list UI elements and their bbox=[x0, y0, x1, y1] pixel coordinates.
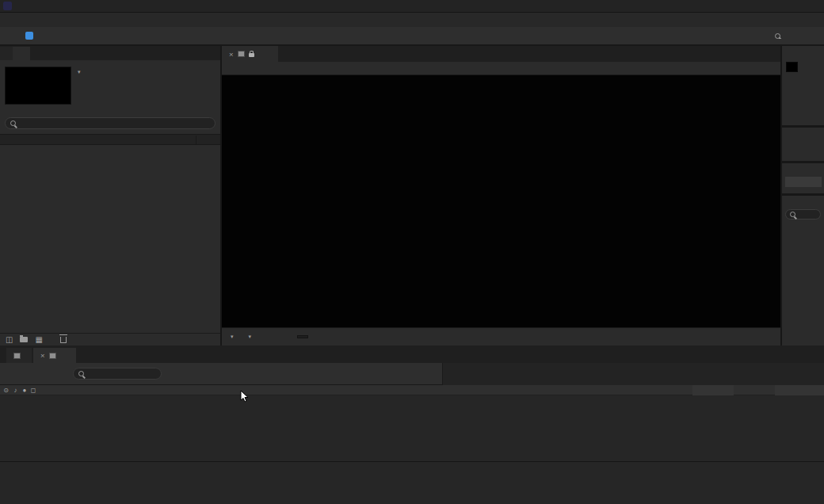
tab-project[interactable] bbox=[13, 47, 30, 60]
shortcut-select[interactable] bbox=[785, 177, 822, 187]
composition-statusbar: ▾ ▾ bbox=[222, 327, 780, 346]
composition-tab[interactable]: × bbox=[222, 46, 278, 62]
stretch-header[interactable] bbox=[775, 385, 824, 395]
preview-timecode[interactable] bbox=[297, 335, 308, 338]
project-panel: ▾ ◫ ▦ bbox=[0, 46, 220, 346]
info-panel-title[interactable] bbox=[782, 46, 824, 58]
timeline-ruler-area[interactable] bbox=[442, 363, 824, 385]
item-dropdown-icon[interactable]: ▾ bbox=[78, 69, 81, 74]
timeline-column-header: ⊙ ♪ ● ◻ bbox=[0, 385, 824, 395]
project-bottom-bar: ◫ ▦ bbox=[0, 333, 220, 346]
menubar bbox=[0, 13, 824, 27]
composition-icon bbox=[238, 51, 245, 57]
search-icon bbox=[10, 120, 16, 126]
close-icon[interactable]: × bbox=[229, 50, 234, 59]
effects-presets-panel bbox=[782, 196, 824, 346]
visibility-column-icon[interactable]: ⊙ bbox=[2, 385, 10, 395]
project-panel-tabs bbox=[0, 46, 220, 60]
new-folder-icon[interactable] bbox=[20, 337, 28, 342]
info-panel bbox=[782, 46, 824, 125]
switches-header-icons[interactable] bbox=[388, 385, 464, 395]
composition-panel: × ▾ ▾ bbox=[222, 46, 780, 346]
mode-header[interactable] bbox=[470, 385, 513, 395]
timeline-panel: × ⊙ ♪ ● ◻ bbox=[0, 346, 824, 461]
project-columns-header bbox=[0, 134, 220, 145]
project-thumbnail bbox=[5, 67, 71, 105]
timeline-controls bbox=[0, 363, 824, 385]
parent-link-header[interactable] bbox=[571, 385, 648, 395]
tab-effect-controls[interactable] bbox=[0, 47, 13, 60]
lock-column-icon[interactable]: ◻ bbox=[29, 385, 37, 395]
shortcut-panel bbox=[782, 163, 824, 193]
trkmat-header[interactable] bbox=[522, 385, 568, 395]
composition-icon bbox=[49, 353, 56, 359]
column-divider[interactable] bbox=[196, 136, 196, 144]
duration-header[interactable] bbox=[734, 385, 775, 395]
project-item-meta: ▾ bbox=[78, 67, 81, 78]
timeline-tab-scene1-textholder1[interactable]: × bbox=[33, 348, 76, 363]
bottom-empty-area bbox=[0, 461, 824, 504]
effects-search-input[interactable] bbox=[785, 209, 821, 220]
shortcut-label bbox=[782, 163, 824, 175]
app-icon bbox=[3, 2, 12, 10]
effects-panel-title[interactable] bbox=[782, 196, 824, 208]
snapping-checkbox[interactable] bbox=[25, 32, 33, 40]
new-composition-icon[interactable]: ▦ bbox=[35, 335, 42, 344]
in-header[interactable] bbox=[650, 385, 692, 395]
project-tree bbox=[0, 145, 220, 333]
timeline-search-input[interactable] bbox=[73, 368, 162, 380]
search-icon bbox=[775, 33, 780, 39]
search-icon bbox=[790, 212, 795, 217]
lock-icon[interactable] bbox=[249, 53, 254, 57]
close-icon[interactable]: × bbox=[40, 351, 45, 360]
color-swatch bbox=[786, 62, 798, 72]
project-item-info: ▾ bbox=[0, 60, 220, 111]
composition-viewer[interactable] bbox=[222, 75, 780, 327]
preview-panel bbox=[782, 128, 824, 161]
dropdown-arrow-icon: ▾ bbox=[249, 334, 252, 340]
transport-controls bbox=[782, 139, 824, 143]
project-search-input[interactable] bbox=[5, 117, 216, 129]
dropdown-arrow-icon: ▾ bbox=[231, 334, 234, 340]
toolbar bbox=[0, 27, 824, 46]
titlebar bbox=[0, 0, 824, 13]
help-search-input[interactable] bbox=[775, 33, 821, 39]
timeline-tabbar: × bbox=[0, 346, 824, 363]
source-name-header[interactable] bbox=[80, 385, 381, 395]
main-region: ▾ ◫ ▦ × bbox=[0, 46, 824, 346]
snapping-group bbox=[25, 32, 36, 40]
right-dock bbox=[782, 46, 824, 346]
composition-tabbar: × bbox=[222, 46, 780, 62]
composition-icon bbox=[13, 353, 21, 359]
mouse-cursor bbox=[240, 390, 250, 403]
solo-column-icon[interactable]: ● bbox=[21, 385, 29, 395]
preview-panel-title[interactable] bbox=[782, 128, 824, 139]
timeline-tab-scene-1[interactable] bbox=[6, 348, 32, 363]
search-icon bbox=[78, 371, 84, 376]
audio-column-icon[interactable]: ♪ bbox=[11, 385, 20, 395]
delete-icon[interactable] bbox=[60, 337, 67, 343]
breadcrumb bbox=[222, 62, 780, 75]
interpret-footage-icon[interactable]: ◫ bbox=[6, 335, 13, 344]
zoom-select[interactable]: ▾ bbox=[228, 334, 234, 340]
resolution-select[interactable]: ▾ bbox=[246, 334, 252, 340]
t-header[interactable] bbox=[514, 385, 521, 395]
out-header[interactable] bbox=[692, 385, 734, 395]
